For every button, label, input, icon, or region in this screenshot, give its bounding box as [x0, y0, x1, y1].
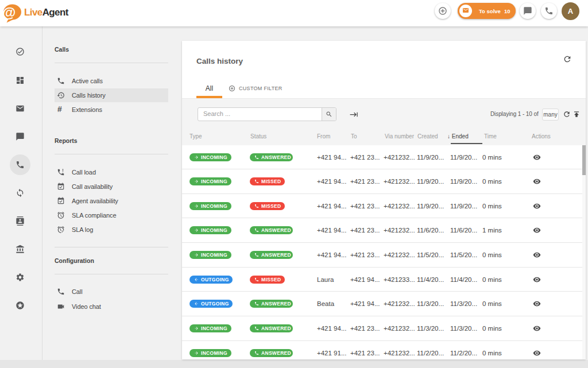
svg-text:@: @ [2, 5, 16, 20]
